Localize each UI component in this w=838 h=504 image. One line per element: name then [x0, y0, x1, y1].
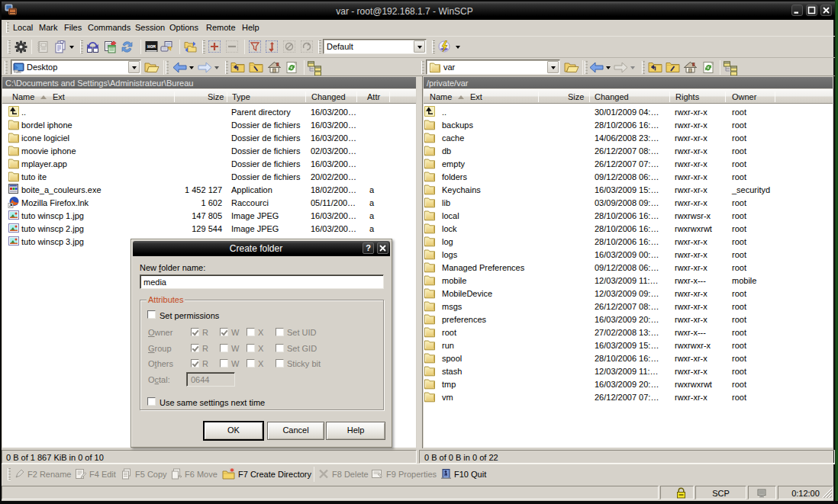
svg-text:HOM: HOM: [147, 44, 156, 50]
